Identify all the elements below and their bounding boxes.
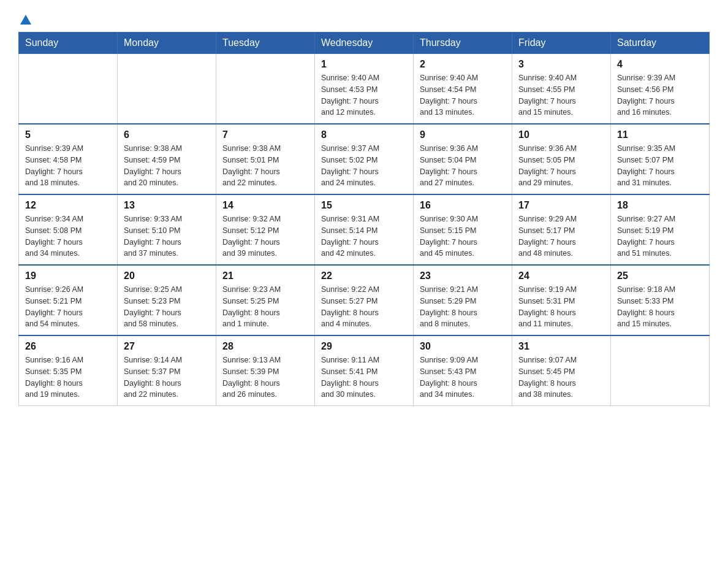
- day-info: Sunrise: 9:34 AM Sunset: 5:08 PM Dayligh…: [25, 213, 111, 259]
- calendar-cell: 12Sunrise: 9:34 AM Sunset: 5:08 PM Dayli…: [19, 194, 118, 265]
- day-number: 10: [518, 129, 604, 140]
- calendar-cell: 18Sunrise: 9:27 AM Sunset: 5:19 PM Dayli…: [611, 194, 710, 265]
- day-number: 24: [518, 270, 604, 282]
- day-info: Sunrise: 9:22 AM Sunset: 5:27 PM Dayligh…: [321, 284, 407, 330]
- calendar-week-4: 19Sunrise: 9:26 AM Sunset: 5:21 PM Dayli…: [19, 265, 710, 335]
- day-info: Sunrise: 9:38 AM Sunset: 4:59 PM Dayligh…: [124, 143, 210, 189]
- day-number: 27: [124, 341, 210, 352]
- day-number: 11: [617, 129, 703, 140]
- day-info: Sunrise: 9:18 AM Sunset: 5:33 PM Dayligh…: [617, 284, 703, 330]
- page-header: [18, 12, 710, 26]
- calendar-cell: 4Sunrise: 9:39 AM Sunset: 4:56 PM Daylig…: [611, 54, 710, 124]
- day-number: 4: [617, 59, 703, 70]
- day-info: Sunrise: 9:40 AM Sunset: 4:54 PM Dayligh…: [420, 72, 506, 118]
- calendar-cell: 8Sunrise: 9:37 AM Sunset: 5:02 PM Daylig…: [315, 124, 414, 194]
- day-number: 2: [420, 59, 506, 70]
- calendar-cell: 3Sunrise: 9:40 AM Sunset: 4:55 PM Daylig…: [512, 54, 611, 124]
- day-number: 3: [518, 59, 604, 70]
- day-info: Sunrise: 9:36 AM Sunset: 5:04 PM Dayligh…: [420, 143, 506, 189]
- calendar-cell: 9Sunrise: 9:36 AM Sunset: 5:04 PM Daylig…: [414, 124, 512, 194]
- day-number: 21: [222, 270, 308, 282]
- logo-icon: [18, 13, 32, 27]
- calendar-cell: [611, 335, 710, 406]
- day-info: Sunrise: 9:37 AM Sunset: 5:02 PM Dayligh…: [321, 143, 407, 189]
- calendar-cell: 15Sunrise: 9:31 AM Sunset: 5:14 PM Dayli…: [315, 194, 414, 265]
- day-info: Sunrise: 9:11 AM Sunset: 5:41 PM Dayligh…: [321, 354, 407, 400]
- day-info: Sunrise: 9:33 AM Sunset: 5:10 PM Dayligh…: [124, 213, 210, 259]
- day-number: 13: [124, 200, 210, 211]
- day-info: Sunrise: 9:23 AM Sunset: 5:25 PM Dayligh…: [222, 284, 308, 330]
- day-info: Sunrise: 9:30 AM Sunset: 5:15 PM Dayligh…: [420, 213, 506, 259]
- calendar-table: SundayMondayTuesdayWednesdayThursdayFrid…: [18, 32, 710, 406]
- weekday-header-thursday: Thursday: [414, 33, 512, 54]
- day-number: 1: [321, 59, 407, 70]
- day-number: 15: [321, 200, 407, 211]
- day-info: Sunrise: 9:38 AM Sunset: 5:01 PM Dayligh…: [222, 143, 308, 189]
- weekday-header-row: SundayMondayTuesdayWednesdayThursdayFrid…: [19, 33, 710, 54]
- day-number: 16: [420, 200, 506, 211]
- day-info: Sunrise: 9:16 AM Sunset: 5:35 PM Dayligh…: [25, 354, 111, 400]
- calendar-cell: 5Sunrise: 9:39 AM Sunset: 4:58 PM Daylig…: [19, 124, 118, 194]
- calendar-week-1: 1Sunrise: 9:40 AM Sunset: 4:53 PM Daylig…: [19, 54, 710, 124]
- calendar-cell: 16Sunrise: 9:30 AM Sunset: 5:15 PM Dayli…: [414, 194, 512, 265]
- calendar-cell: 22Sunrise: 9:22 AM Sunset: 5:27 PM Dayli…: [315, 265, 414, 335]
- calendar-cell: 30Sunrise: 9:09 AM Sunset: 5:43 PM Dayli…: [414, 335, 512, 406]
- day-number: 26: [25, 341, 111, 352]
- logo: [18, 12, 32, 26]
- day-number: 9: [420, 129, 506, 140]
- day-info: Sunrise: 9:19 AM Sunset: 5:31 PM Dayligh…: [518, 284, 604, 330]
- day-number: 20: [124, 270, 210, 282]
- weekday-header-saturday: Saturday: [611, 33, 710, 54]
- calendar-week-2: 5Sunrise: 9:39 AM Sunset: 4:58 PM Daylig…: [19, 124, 710, 194]
- calendar-cell: 20Sunrise: 9:25 AM Sunset: 5:23 PM Dayli…: [118, 265, 216, 335]
- day-number: 31: [518, 341, 604, 352]
- calendar-cell: [19, 54, 118, 124]
- calendar-cell: 26Sunrise: 9:16 AM Sunset: 5:35 PM Dayli…: [19, 335, 118, 406]
- day-info: Sunrise: 9:36 AM Sunset: 5:05 PM Dayligh…: [518, 143, 604, 189]
- day-number: 28: [222, 341, 308, 352]
- calendar-cell: 14Sunrise: 9:32 AM Sunset: 5:12 PM Dayli…: [216, 194, 315, 265]
- day-number: 29: [321, 341, 407, 352]
- day-info: Sunrise: 9:40 AM Sunset: 4:55 PM Dayligh…: [518, 72, 604, 118]
- calendar-cell: 27Sunrise: 9:14 AM Sunset: 5:37 PM Dayli…: [118, 335, 216, 406]
- calendar-cell: 11Sunrise: 9:35 AM Sunset: 5:07 PM Dayli…: [611, 124, 710, 194]
- day-number: 25: [617, 270, 703, 282]
- day-info: Sunrise: 9:39 AM Sunset: 4:58 PM Dayligh…: [25, 143, 111, 189]
- calendar-cell: 28Sunrise: 9:13 AM Sunset: 5:39 PM Dayli…: [216, 335, 315, 406]
- day-number: 19: [25, 270, 111, 282]
- calendar-week-3: 12Sunrise: 9:34 AM Sunset: 5:08 PM Dayli…: [19, 194, 710, 265]
- calendar-cell: 10Sunrise: 9:36 AM Sunset: 5:05 PM Dayli…: [512, 124, 611, 194]
- calendar-cell: 23Sunrise: 9:21 AM Sunset: 5:29 PM Dayli…: [414, 265, 512, 335]
- day-number: 7: [222, 129, 308, 140]
- day-number: 6: [124, 129, 210, 140]
- day-info: Sunrise: 9:25 AM Sunset: 5:23 PM Dayligh…: [124, 284, 210, 330]
- calendar-cell: 25Sunrise: 9:18 AM Sunset: 5:33 PM Dayli…: [611, 265, 710, 335]
- day-info: Sunrise: 9:09 AM Sunset: 5:43 PM Dayligh…: [420, 354, 506, 400]
- calendar-cell: 1Sunrise: 9:40 AM Sunset: 4:53 PM Daylig…: [315, 54, 414, 124]
- calendar-cell: 24Sunrise: 9:19 AM Sunset: 5:31 PM Dayli…: [512, 265, 611, 335]
- weekday-header-friday: Friday: [512, 33, 611, 54]
- day-info: Sunrise: 9:39 AM Sunset: 4:56 PM Dayligh…: [617, 72, 703, 118]
- day-info: Sunrise: 9:27 AM Sunset: 5:19 PM Dayligh…: [617, 213, 703, 259]
- day-info: Sunrise: 9:31 AM Sunset: 5:14 PM Dayligh…: [321, 213, 407, 259]
- calendar-cell: 31Sunrise: 9:07 AM Sunset: 5:45 PM Dayli…: [512, 335, 611, 406]
- day-info: Sunrise: 9:32 AM Sunset: 5:12 PM Dayligh…: [222, 213, 308, 259]
- day-number: 22: [321, 270, 407, 282]
- calendar-cell: 2Sunrise: 9:40 AM Sunset: 4:54 PM Daylig…: [414, 54, 512, 124]
- calendar-cell: [118, 54, 216, 124]
- calendar-cell: 13Sunrise: 9:33 AM Sunset: 5:10 PM Dayli…: [118, 194, 216, 265]
- calendar-cell: 29Sunrise: 9:11 AM Sunset: 5:41 PM Dayli…: [315, 335, 414, 406]
- day-number: 5: [25, 129, 111, 140]
- day-number: 14: [222, 200, 308, 211]
- day-info: Sunrise: 9:07 AM Sunset: 5:45 PM Dayligh…: [518, 354, 604, 400]
- day-info: Sunrise: 9:35 AM Sunset: 5:07 PM Dayligh…: [617, 143, 703, 189]
- day-info: Sunrise: 9:21 AM Sunset: 5:29 PM Dayligh…: [420, 284, 506, 330]
- day-info: Sunrise: 9:26 AM Sunset: 5:21 PM Dayligh…: [25, 284, 111, 330]
- day-number: 17: [518, 200, 604, 211]
- weekday-header-tuesday: Tuesday: [216, 33, 315, 54]
- day-info: Sunrise: 9:40 AM Sunset: 4:53 PM Dayligh…: [321, 72, 407, 118]
- day-number: 18: [617, 200, 703, 211]
- calendar-cell: 17Sunrise: 9:29 AM Sunset: 5:17 PM Dayli…: [512, 194, 611, 265]
- calendar-cell: 7Sunrise: 9:38 AM Sunset: 5:01 PM Daylig…: [216, 124, 315, 194]
- calendar-cell: 6Sunrise: 9:38 AM Sunset: 4:59 PM Daylig…: [118, 124, 216, 194]
